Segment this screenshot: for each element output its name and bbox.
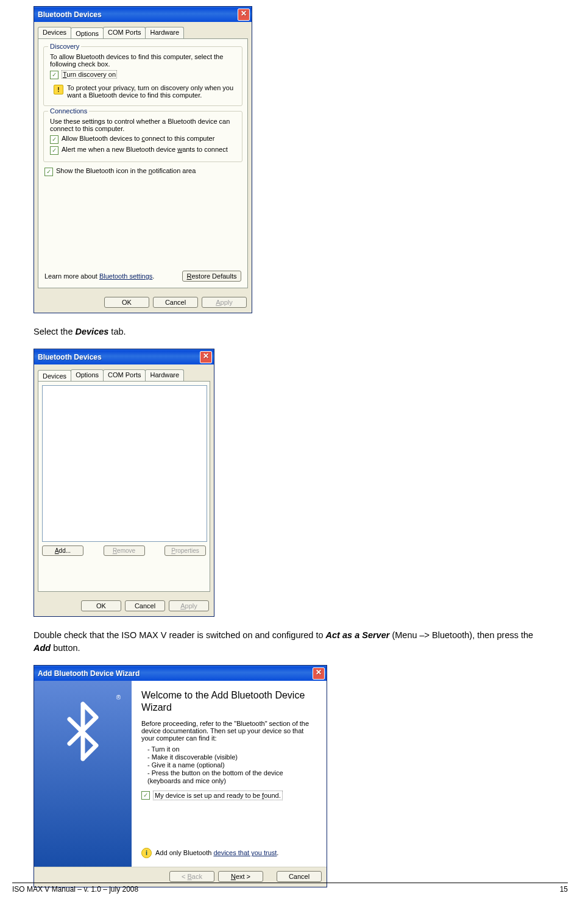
- tab-row: Devices Options COM Ports Hardware: [38, 27, 248, 38]
- options-panel: Discovery To allow Bluetooth devices to …: [38, 38, 248, 288]
- tab-hardware[interactable]: Hardware: [145, 27, 184, 38]
- discovery-checkbox[interactable]: ✓: [50, 71, 58, 79]
- connections-group: Connections Use these settings to contro…: [43, 111, 242, 162]
- instruction-add-device: Double check that the ISO MAX V reader i…: [34, 629, 546, 654]
- connections-intro: Use these settings to control whether a …: [50, 118, 236, 132]
- bluetooth-options-dialog: Bluetooth Devices ✕ Devices Options COM …: [34, 6, 252, 313]
- discovery-warning: To protect your privacy, turn on discove…: [67, 84, 236, 99]
- footer-left: ISO MAX V Manual – v. 1.0 – july 2008: [12, 885, 138, 894]
- cancel-button[interactable]: Cancel: [153, 297, 198, 308]
- remove-button[interactable]: Remove: [104, 546, 145, 556]
- learn-more: Learn more about Bluetooth settings.: [44, 272, 154, 280]
- devices-panel: Add... Remove Properties: [38, 381, 210, 592]
- instruction-select-devices: Select the Devices tab.: [34, 325, 546, 338]
- window-title: Bluetooth Devices: [38, 10, 238, 19]
- wizard-heading: Welcome to the Add Bluetooth Device Wiza…: [141, 689, 316, 714]
- discovery-group: Discovery To allow Bluetooth devices to …: [43, 46, 242, 106]
- devices-list[interactable]: [42, 385, 207, 542]
- close-icon[interactable]: ✕: [238, 9, 250, 21]
- wizard-sidebar: ®: [34, 681, 132, 867]
- show-icon-checkbox[interactable]: ✓: [44, 168, 53, 176]
- connections-legend: Connections: [48, 107, 89, 115]
- tab-devices[interactable]: Devices: [38, 370, 71, 382]
- tab-options[interactable]: Options: [71, 369, 104, 381]
- titlebar[interactable]: Add Bluetooth Device Wizard ✕: [34, 666, 327, 681]
- registered-mark-icon: ®: [116, 694, 121, 701]
- discovery-legend: Discovery: [48, 43, 81, 50]
- close-icon[interactable]: ✕: [200, 351, 212, 363]
- ok-button[interactable]: OK: [104, 297, 149, 308]
- restore-defaults-button[interactable]: Restore Defaults: [182, 271, 241, 282]
- allow-connect-checkbox[interactable]: ✓: [50, 135, 58, 144]
- allow-connect-label: Allow Bluetooth devices to connect to th…: [62, 135, 214, 142]
- warning-icon: !: [54, 85, 63, 94]
- tab-com-ports[interactable]: COM Ports: [103, 369, 146, 381]
- cancel-button[interactable]: Cancel: [125, 600, 165, 611]
- page-number: 15: [560, 885, 568, 894]
- alert-checkbox[interactable]: ✓: [50, 146, 58, 155]
- tab-hardware[interactable]: Hardware: [145, 369, 184, 381]
- tab-com-ports[interactable]: COM Ports: [103, 27, 146, 38]
- trust-link[interactable]: devices that you trust: [213, 849, 277, 856]
- info-icon: i: [141, 848, 152, 858]
- add-bluetooth-wizard: Add Bluetooth Device Wizard ✕ ® Welcome …: [34, 665, 327, 887]
- trust-note: i Add only Bluetooth devices that you tr…: [141, 848, 278, 858]
- ok-button[interactable]: OK: [81, 600, 121, 611]
- bluetooth-icon: [62, 701, 104, 763]
- page-footer: ISO MAX V Manual – v. 1.0 – july 2008 15: [11, 876, 569, 898]
- window-title: Add Bluetooth Device Wizard: [38, 669, 313, 678]
- wizard-main: Welcome to the Add Bluetooth Device Wiza…: [132, 681, 327, 867]
- wizard-bullets: - Turn it on - Make it discoverable (vis…: [147, 745, 316, 784]
- apply-button[interactable]: Apply: [202, 297, 247, 308]
- tab-devices[interactable]: Devices: [38, 27, 71, 38]
- titlebar[interactable]: Bluetooth Devices ✕: [34, 7, 252, 22]
- titlebar[interactable]: Bluetooth Devices ✕: [34, 349, 214, 364]
- wizard-intro: Before proceeding, refer to the "Bluetoo…: [141, 720, 316, 742]
- apply-button[interactable]: Apply: [169, 600, 209, 611]
- discovery-intro: To allow Bluetooth devices to find this …: [50, 53, 236, 68]
- bluetooth-devices-dialog: Bluetooth Devices ✕ Devices Options COM …: [34, 349, 214, 617]
- show-icon-label: Show the Bluetooth icon in the notificat…: [56, 167, 196, 174]
- device-ready-label: My device is set up and ready to be foun…: [153, 791, 283, 800]
- close-icon[interactable]: ✕: [313, 667, 325, 680]
- device-ready-checkbox[interactable]: ✓: [141, 791, 150, 800]
- add-button[interactable]: Add...: [42, 546, 83, 556]
- properties-button[interactable]: Properties: [164, 546, 206, 556]
- discovery-checkbox-label: Turn discovery on: [62, 70, 117, 79]
- window-title: Bluetooth Devices: [38, 353, 200, 361]
- bluetooth-settings-link[interactable]: Bluetooth settings: [99, 272, 152, 280]
- tab-options[interactable]: Options: [71, 27, 104, 39]
- alert-label: Alert me when a new Bluetooth device wan…: [62, 146, 228, 153]
